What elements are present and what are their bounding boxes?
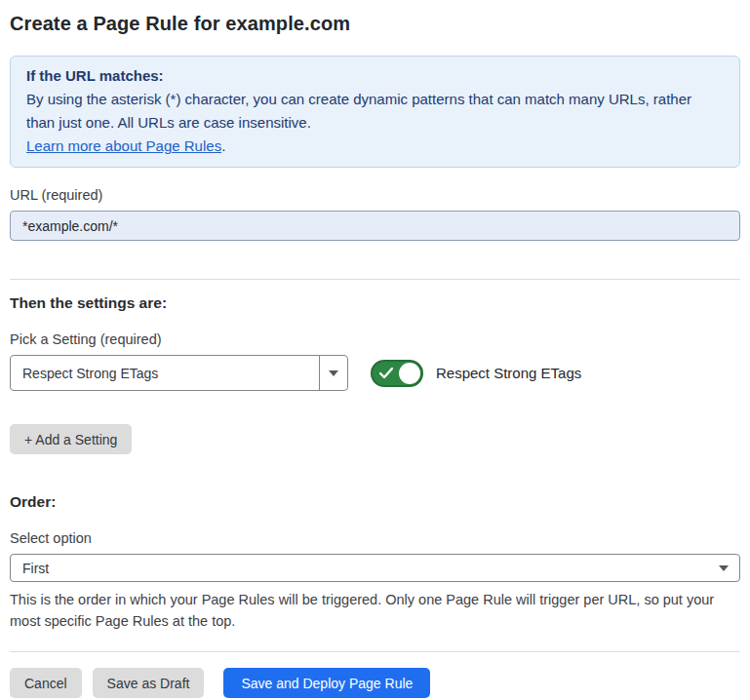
setting-select[interactable]: Respect Strong ETags	[10, 355, 348, 391]
order-select-label: Select option	[10, 529, 740, 547]
setting-select-value: Respect Strong ETags	[11, 356, 319, 390]
url-input[interactable]	[10, 211, 740, 241]
settings-section-heading: Then the settings are:	[10, 293, 740, 312]
order-select[interactable]: First	[10, 554, 740, 582]
order-help-text: This is the order in which your Page Rul…	[10, 589, 740, 632]
setting-toggle[interactable]	[371, 360, 423, 387]
save-and-deploy-button[interactable]: Save and Deploy Page Rule	[223, 668, 430, 698]
order-select-arrow-box[interactable]	[708, 555, 739, 581]
page-rule-form: Create a Page Rule for example.com If th…	[0, 12, 750, 698]
toggle-knob	[399, 363, 420, 384]
info-box-heading: If the URL matches:	[26, 64, 724, 88]
learn-more-link[interactable]: Learn more about Page Rules	[26, 137, 221, 154]
section-divider-top	[10, 279, 740, 280]
order-select-value: First	[11, 555, 708, 581]
save-as-draft-button[interactable]: Save as Draft	[93, 668, 205, 698]
cancel-button[interactable]: Cancel	[10, 668, 82, 698]
setting-row: Respect Strong ETags Respect Strong ETag…	[10, 355, 740, 391]
pick-setting-label: Pick a Setting (required)	[10, 331, 740, 348]
setting-select-arrow-box[interactable]	[319, 356, 347, 390]
info-box-body: By using the asterisk (*) character, you…	[26, 88, 724, 135]
add-setting-button[interactable]: + Add a Setting	[10, 424, 132, 454]
link-suffix-period: .	[221, 137, 225, 154]
order-section-heading: Order:	[10, 492, 740, 511]
url-match-info-box: If the URL matches: By using the asteris…	[10, 56, 740, 168]
footer-button-row: Cancel Save as Draft Save and Deploy Pag…	[10, 668, 740, 698]
info-box-link-line: Learn more about Page Rules.	[26, 135, 724, 158]
caret-down-icon	[329, 370, 338, 376]
check-icon	[379, 368, 393, 379]
setting-toggle-label: Respect Strong ETags	[436, 365, 581, 381]
section-divider-bottom	[10, 651, 740, 652]
url-field-label: URL (required)	[10, 186, 740, 204]
caret-down-icon	[719, 565, 729, 571]
page-title: Create a Page Rule for example.com	[10, 12, 740, 35]
